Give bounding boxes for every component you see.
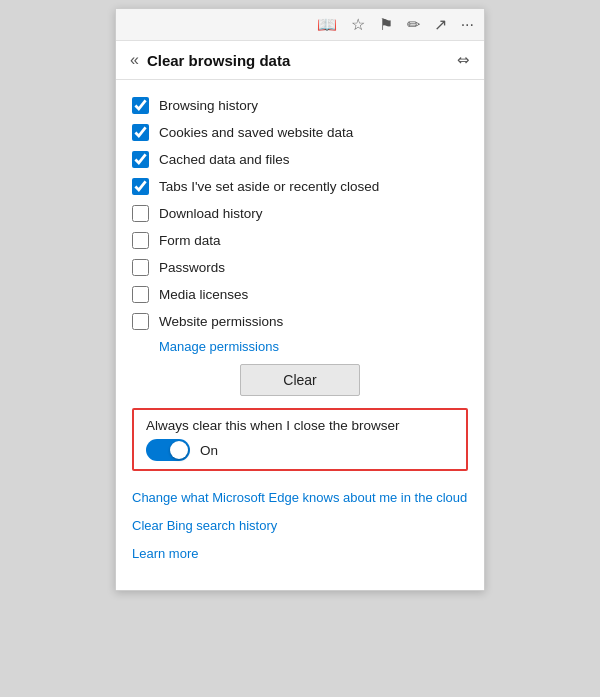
link-section: Change what Microsoft Edge knows about m… [132,485,468,564]
star-icon[interactable]: ☆ [351,15,365,34]
checkbox-passwords-input[interactable] [132,259,149,276]
checkbox-form-data: Form data [132,227,468,254]
toggle-slider [146,439,190,461]
checkbox-download-history-input[interactable] [132,205,149,222]
page-title: Clear browsing data [147,52,290,69]
share-icon[interactable]: ↗ [434,15,447,34]
checkbox-website-permissions-label[interactable]: Website permissions [159,314,283,329]
learn-more-link[interactable]: Learn more [132,545,468,563]
always-clear-box: Always clear this when I close the brows… [132,408,468,471]
checkbox-form-data-label[interactable]: Form data [159,233,221,248]
clear-bing-link[interactable]: Clear Bing search history [132,517,468,535]
checkbox-tabs-aside-input[interactable] [132,178,149,195]
toggle-on-label: On [200,443,218,458]
checkbox-media-licenses-label[interactable]: Media licenses [159,287,248,302]
toggle-row: On [146,439,454,461]
checkbox-browsing-history: Browsing history [132,92,468,119]
checkbox-media-licenses: Media licenses [132,281,468,308]
checkbox-cookies-input[interactable] [132,124,149,141]
checkbox-browsing-history-input[interactable] [132,97,149,114]
checkbox-cached-data-input[interactable] [132,151,149,168]
clear-button[interactable]: Clear [240,364,360,396]
pin-icon[interactable]: ⇔ [457,51,470,69]
checkbox-media-licenses-input[interactable] [132,286,149,303]
more-icon[interactable]: ··· [461,16,474,34]
checkbox-cookies: Cookies and saved website data [132,119,468,146]
flag-icon[interactable]: ⚑ [379,15,393,34]
back-button[interactable]: « [130,51,139,69]
checkbox-cached-data-label[interactable]: Cached data and files [159,152,290,167]
checkbox-cookies-label[interactable]: Cookies and saved website data [159,125,353,140]
always-clear-toggle[interactable] [146,439,190,461]
checkbox-form-data-input[interactable] [132,232,149,249]
panel-content: Browsing history Cookies and saved websi… [116,80,484,590]
checkbox-website-permissions: Website permissions [132,308,468,335]
always-clear-label: Always clear this when I close the brows… [146,418,454,433]
checkbox-passwords: Passwords [132,254,468,281]
book-icon[interactable]: 📖 [317,15,337,34]
edge-cloud-link[interactable]: Change what Microsoft Edge knows about m… [132,489,468,507]
browser-panel: 📖 ☆ ⚑ ✏ ↗ ··· « Clear browsing data ⇔ Br… [115,8,485,591]
checkbox-cached-data: Cached data and files [132,146,468,173]
checkbox-tabs-aside-label[interactable]: Tabs I've set aside or recently closed [159,179,379,194]
manage-permissions-link[interactable]: Manage permissions [159,339,468,354]
pen-icon[interactable]: ✏ [407,15,420,34]
toolbar: 📖 ☆ ⚑ ✏ ↗ ··· [116,9,484,41]
checkbox-browsing-history-label[interactable]: Browsing history [159,98,258,113]
panel-header-left: « Clear browsing data [130,51,290,69]
panel-header: « Clear browsing data ⇔ [116,41,484,80]
checkbox-passwords-label[interactable]: Passwords [159,260,225,275]
checkbox-download-history: Download history [132,200,468,227]
checkbox-tabs-aside: Tabs I've set aside or recently closed [132,173,468,200]
checkbox-download-history-label[interactable]: Download history [159,206,263,221]
checkbox-website-permissions-input[interactable] [132,313,149,330]
